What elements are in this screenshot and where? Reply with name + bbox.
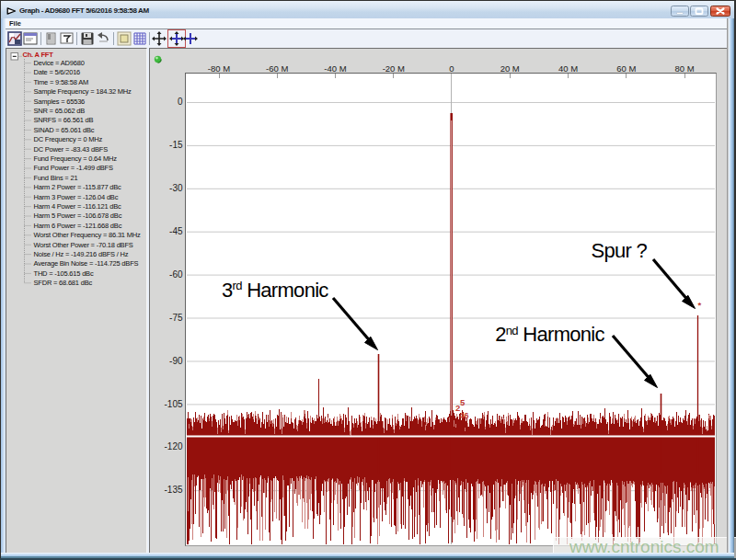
svg-text:5: 5 — [460, 397, 466, 407]
svg-text:*: * — [698, 300, 702, 310]
svg-text:46: 46 — [459, 410, 469, 420]
